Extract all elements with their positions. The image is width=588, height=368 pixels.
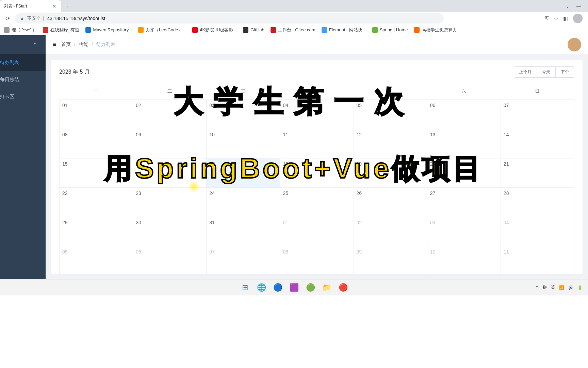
calendar-day[interactable]: 07 <box>207 246 280 275</box>
start-icon[interactable]: ⊞ <box>238 281 252 294</box>
tray-chevron-icon[interactable]: ⌃ <box>535 285 539 290</box>
calendar-day[interactable]: 07 <box>501 99 574 129</box>
ime-lang[interactable]: 英 <box>551 285 555 290</box>
calendar-day[interactable]: 16 <box>133 158 207 187</box>
calendar-day[interactable]: 03 <box>427 217 501 246</box>
bookmark-item[interactable]: 工作台 - Gitee.com <box>271 27 315 33</box>
sidepanel-icon[interactable]: ◧ <box>563 15 568 22</box>
menu-toggle-icon[interactable]: ≡ <box>52 41 56 48</box>
calendar-day[interactable]: 01 <box>280 217 354 246</box>
next-month-button[interactable]: 下个 <box>556 66 574 78</box>
battery-icon[interactable]: 🔋 <box>577 285 583 290</box>
bookmark-label: 理（ ˘•ω•˘ ） <box>12 27 37 33</box>
bookmark-item[interactable]: Element - 网站快... <box>322 27 366 33</box>
calendar-day[interactable]: 22 <box>60 187 133 217</box>
security-warning-icon: ▲ <box>20 16 24 21</box>
bookmark-item[interactable]: 力扣（LeetCode）... <box>138 27 186 33</box>
calendar-day[interactable]: 25 <box>280 187 354 217</box>
calendar-day[interactable]: 30 <box>133 217 207 246</box>
reload-icon[interactable]: ⟳ <box>3 14 12 23</box>
volume-icon[interactable]: 🔊 <box>568 285 573 290</box>
breadcrumb-func[interactable]: 功能 <box>79 42 88 47</box>
breadcrumb-home[interactable]: 首页 <box>61 42 71 47</box>
sidebar-item[interactable]: 每日总结 <box>0 71 46 88</box>
bookmark-item[interactable]: GitHub <box>243 27 264 33</box>
main-area: ≡ 首页 / 功能 / 待办列表 2023 年 5 月 上个月 今天 下个 <box>46 35 588 279</box>
sidebar: ⌃ 待办列表每日总结打卡区 <box>0 35 46 279</box>
window-controls: ⌄ — <box>566 3 588 9</box>
recorder-icon[interactable]: 🔴 <box>336 281 350 294</box>
close-icon[interactable]: ✕ <box>52 3 57 10</box>
edge-icon[interactable]: 🔵 <box>271 281 284 294</box>
calendar-day[interactable]: 23 <box>133 187 207 217</box>
calendar-day[interactable]: 21 <box>501 158 574 187</box>
address-bar: ⟳ ▲ 不安全 | 43.138.15.13/#/sys/todoList ⇱ … <box>0 12 588 25</box>
chrome-icon[interactable]: 🌐 <box>255 281 268 294</box>
calendar-day[interactable]: 20 <box>427 158 501 187</box>
profile-avatar[interactable] <box>573 14 583 23</box>
calendar-day[interactable]: 05 <box>60 246 133 275</box>
url-input[interactable]: ▲ 不安全 | 43.138.15.13/#/sys/todoList <box>15 13 444 24</box>
calendar-day[interactable]: 29 <box>60 217 133 246</box>
calendar-day[interactable]: 19 <box>354 158 427 187</box>
calendar-day[interactable]: 06 <box>427 99 501 129</box>
bookmark-favicon <box>271 27 276 33</box>
calendar-day[interactable]: 09 <box>133 129 207 158</box>
sidebar-collapse[interactable]: ⌃ <box>0 35 46 54</box>
calendar-day[interactable]: 14 <box>501 129 574 158</box>
bookmark-favicon <box>138 27 144 33</box>
calendar-day[interactable]: 04 <box>280 99 354 129</box>
calendar-day[interactable]: 09 <box>354 246 427 275</box>
bookmark-item[interactable]: 在线翻译_有道 <box>43 27 79 33</box>
minimize-icon[interactable]: — <box>576 3 581 9</box>
calendar-day[interactable]: 18 <box>280 158 354 187</box>
calendar-day[interactable]: 02 <box>354 217 427 246</box>
calendar-day[interactable]: 27 <box>427 187 501 217</box>
bookmark-item[interactable]: 理（ ˘•ω•˘ ） <box>4 27 37 33</box>
bookmark-item[interactable]: 高校学生免费算力... <box>414 27 461 33</box>
calendar-day[interactable]: 17 <box>207 158 280 187</box>
calendar-day[interactable]: 11 <box>501 246 574 275</box>
prev-month-button[interactable]: 上个月 <box>514 66 537 78</box>
today-button[interactable]: 今天 <box>537 66 556 78</box>
calendar-day[interactable]: 11 <box>280 129 354 158</box>
bookmark-item[interactable]: 4K影院-IU极客影... <box>192 27 237 33</box>
calendar-day[interactable]: 05 <box>354 99 427 129</box>
explorer-icon[interactable]: 📁 <box>320 281 333 294</box>
user-avatar[interactable] <box>568 38 581 51</box>
calendar-day[interactable]: 08 <box>280 246 354 275</box>
calendar-day[interactable]: 01 <box>60 99 133 129</box>
calendar-day[interactable]: 08 <box>60 129 133 158</box>
calendar-day[interactable]: 06 <box>133 246 207 275</box>
browser-tab[interactable]: 列表 - FStart ✕ <box>0 0 61 12</box>
new-tab-button[interactable]: + <box>61 3 73 10</box>
calendar-day[interactable]: 31 <box>207 217 280 246</box>
calendar-day[interactable]: 28 <box>501 187 574 217</box>
calendar-day[interactable]: 15 <box>60 158 133 187</box>
network-icon[interactable]: 📶 <box>559 285 564 290</box>
calendar-day[interactable]: 02 <box>133 99 207 129</box>
sidebar-item[interactable]: 待办列表 <box>0 54 46 71</box>
calendar-nav: 上个月 今天 下个 <box>514 66 574 78</box>
bookmark-item[interactable]: Maven Repository... <box>85 27 132 33</box>
calendar-day[interactable]: 26 <box>354 187 427 217</box>
sidebar-item[interactable]: 打卡区 <box>0 88 46 105</box>
bookmark-label: 在线翻译_有道 <box>50 27 79 33</box>
calendar-day[interactable]: 13 <box>427 129 501 158</box>
windows-taskbar: ⊞ 🌐 🔵 🟪 🟢 📁 🔴 ⌃ 拼 英 📶 🔊 🔋 <box>0 279 588 295</box>
bookmark-star-icon[interactable]: ☆ <box>554 15 558 22</box>
share-icon[interactable]: ⇱ <box>544 15 549 22</box>
calendar-day[interactable]: 03 <box>207 99 280 129</box>
bookmark-item[interactable]: Spring | Home <box>372 27 408 33</box>
calendar-day[interactable]: 04 <box>501 217 574 246</box>
bookmark-label: 4K影院-IU极客影... <box>200 27 237 33</box>
wechat-icon[interactable]: 🟢 <box>304 281 317 294</box>
calendar-day[interactable]: 12 <box>354 129 427 158</box>
window-dropdown-icon[interactable]: ⌄ <box>566 3 570 9</box>
calendar-day[interactable]: 10 <box>207 129 280 158</box>
ime-indicator[interactable]: 拼 <box>543 285 547 290</box>
calendar-day[interactable]: 10 <box>427 246 501 275</box>
bookmark-favicon <box>43 27 48 33</box>
calendar-day[interactable]: 24 <box>207 187 280 217</box>
ide-icon[interactable]: 🟪 <box>287 281 301 294</box>
